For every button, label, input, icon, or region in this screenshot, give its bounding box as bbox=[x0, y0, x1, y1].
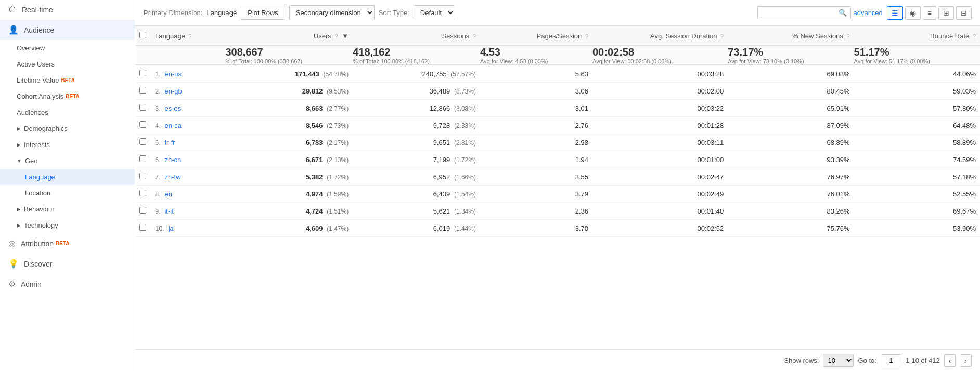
row-checkbox[interactable] bbox=[139, 207, 146, 214]
prev-page-button[interactable]: ‹ bbox=[944, 354, 956, 367]
row-users-pct: (1.72%) bbox=[327, 174, 349, 181]
bounce-rate-help-icon[interactable]: ? bbox=[973, 33, 976, 39]
language-column-header[interactable]: Language ? bbox=[151, 27, 225, 46]
row-sessions-cell: 240,755 (57.57%) bbox=[353, 65, 480, 83]
language-link[interactable]: zh-cn bbox=[164, 156, 181, 164]
avg-duration-help-icon[interactable]: ? bbox=[720, 33, 724, 39]
admin-icon: ⚙ bbox=[8, 279, 16, 289]
sidebar-item-demographics[interactable]: ▶ Demographics bbox=[0, 121, 135, 137]
row-checkbox[interactable] bbox=[139, 224, 146, 231]
search-icon[interactable]: 🔍 bbox=[839, 9, 847, 17]
data-table-view-button[interactable]: ☰ bbox=[887, 6, 903, 20]
row-sessions-cell: 12,866 (3.08%) bbox=[353, 100, 480, 117]
row-checkbox[interactable] bbox=[139, 87, 146, 94]
secondary-dimension-select[interactable]: Secondary dimension bbox=[289, 5, 375, 20]
sessions-help-icon[interactable]: ? bbox=[473, 33, 476, 39]
sidebar-item-active-users[interactable]: Active Users bbox=[0, 56, 135, 72]
language-link[interactable]: fr-fr bbox=[164, 139, 175, 147]
avg-session-duration-column-header[interactable]: Avg. Session Duration ? bbox=[592, 27, 728, 46]
sidebar-item-attribution[interactable]: ◎ Attribution BETA bbox=[0, 233, 135, 254]
row-checkbox[interactable] bbox=[139, 104, 146, 111]
pct-new-sessions-column-header[interactable]: % New Sessions ? bbox=[728, 27, 854, 46]
pages-session-column-header[interactable]: Pages/Session ? bbox=[480, 27, 592, 46]
main-content: Primary Dimension: Language Plot Rows Se… bbox=[135, 0, 980, 371]
row-pages-session-cell: 3.01 bbox=[480, 100, 592, 117]
table-body: 1. en-us 171,443 (54.78%) 240,755 (57.57… bbox=[135, 65, 980, 237]
sidebar-item-lifetime-value[interactable]: Lifetime Value BETA bbox=[0, 72, 135, 88]
row-language-cell: 3. es-es bbox=[151, 100, 225, 117]
row-number: 1. bbox=[155, 70, 161, 78]
row-checkbox[interactable] bbox=[139, 70, 146, 76]
language-link[interactable]: es-es bbox=[164, 104, 181, 112]
sort-type-label: Sort Type: bbox=[379, 9, 409, 17]
sidebar-item-demographics-label: Demographics bbox=[24, 125, 68, 132]
primary-dimension-label: Primary Dimension: bbox=[144, 9, 202, 17]
language-link[interactable]: en bbox=[164, 190, 172, 198]
sidebar-item-admin[interactable]: ⚙ Admin bbox=[0, 274, 135, 294]
pie-chart-view-button[interactable]: ◉ bbox=[905, 6, 921, 20]
row-pct-new-cell: 93.39% bbox=[728, 151, 854, 168]
row-users-cell: 5,382 (1.72%) bbox=[225, 168, 353, 186]
primary-dimension-value: Language bbox=[207, 9, 237, 17]
sidebar-item-realtime[interactable]: ⏱ Real-time bbox=[0, 0, 135, 20]
row-users-value: 171,443 bbox=[295, 70, 319, 78]
sidebar-item-admin-label: Admin bbox=[21, 280, 42, 288]
sidebar-item-location[interactable]: Location bbox=[0, 185, 135, 201]
row-number: 4. bbox=[155, 122, 161, 129]
row-sessions-pct: (1.72%) bbox=[454, 156, 476, 164]
sidebar-item-technology[interactable]: ▶ Technology bbox=[0, 217, 135, 233]
language-link[interactable]: ja bbox=[169, 224, 174, 232]
sidebar-item-interests[interactable]: ▶ Interests bbox=[0, 137, 135, 153]
row-number: 5. bbox=[155, 139, 161, 147]
go-to-input[interactable] bbox=[881, 354, 901, 366]
sessions-column-header[interactable]: Sessions ? bbox=[353, 27, 480, 46]
users-column-header[interactable]: Users ? ▼ bbox=[225, 27, 353, 46]
pct-new-help-icon[interactable]: ? bbox=[846, 33, 849, 39]
sidebar-item-behaviour[interactable]: ▶ Behaviour bbox=[0, 201, 135, 217]
row-sessions-cell: 6,019 (1.44%) bbox=[353, 220, 480, 237]
search-input[interactable] bbox=[757, 6, 851, 19]
language-link[interactable]: en-us bbox=[164, 70, 182, 78]
row-checkbox[interactable] bbox=[139, 190, 146, 196]
users-sub: % of Total: 100.00% (308,667) bbox=[225, 58, 353, 64]
advanced-link[interactable]: advanced bbox=[853, 9, 882, 17]
sidebar-item-behaviour-label: Behaviour bbox=[24, 205, 55, 213]
next-page-button[interactable]: › bbox=[960, 354, 972, 367]
row-bounce-rate-cell: 52.55% bbox=[854, 186, 980, 203]
show-rows-select[interactable]: 10 25 50 100 500 1000 bbox=[823, 354, 854, 367]
row-checkbox[interactable] bbox=[139, 155, 146, 162]
language-link[interactable]: it-it bbox=[164, 207, 173, 215]
select-all-checkbox[interactable] bbox=[139, 32, 146, 38]
pages-session-help-icon[interactable]: ? bbox=[585, 33, 588, 39]
row-checkbox[interactable] bbox=[139, 173, 146, 179]
custom-view-button[interactable]: ⊞ bbox=[938, 6, 954, 20]
sidebar-item-audiences[interactable]: Audiences bbox=[0, 104, 135, 121]
row-checkbox[interactable] bbox=[139, 121, 146, 128]
sidebar-item-geo[interactable]: ▼ Geo bbox=[0, 153, 135, 169]
language-link[interactable]: en-ca bbox=[164, 122, 182, 129]
toolbar: Primary Dimension: Language Plot Rows Se… bbox=[135, 0, 980, 26]
sidebar-item-language[interactable]: Language bbox=[0, 169, 135, 185]
language-link[interactable]: en-gb bbox=[164, 87, 182, 95]
sidebar-item-audience[interactable]: 👤 Audience bbox=[0, 20, 135, 40]
sort-type-select[interactable]: Default bbox=[414, 5, 455, 20]
row-language-cell: 7. zh-tw bbox=[151, 168, 225, 186]
language-link[interactable]: zh-tw bbox=[164, 173, 180, 181]
bar-chart-view-button[interactable]: ≡ bbox=[923, 6, 936, 20]
table-row: 6. zh-cn 6,671 (2.13%) 7,199 (1.72%) 1.9… bbox=[135, 151, 980, 168]
language-help-icon[interactable]: ? bbox=[188, 33, 191, 39]
row-users-value: 6,671 bbox=[306, 156, 323, 164]
bounce-rate-column-header[interactable]: Bounce Rate ? bbox=[854, 27, 980, 46]
sidebar-item-cohort-analysis[interactable]: Cohort Analysis BETA bbox=[0, 88, 135, 104]
table-row: 3. es-es 8,663 (2.77%) 12,866 (3.08%) 3.… bbox=[135, 100, 980, 117]
row-bounce-rate-cell: 58.89% bbox=[854, 134, 980, 151]
plot-rows-button[interactable]: Plot Rows bbox=[241, 6, 285, 20]
users-help-icon[interactable]: ? bbox=[335, 33, 338, 39]
row-users-value: 5,382 bbox=[306, 173, 323, 181]
row-checkbox[interactable] bbox=[139, 138, 146, 145]
sidebar: ⏱ Real-time 👤 Audience Overview Active U… bbox=[0, 0, 135, 371]
sidebar-item-overview[interactable]: Overview bbox=[0, 40, 135, 56]
pivot-view-button[interactable]: ⊟ bbox=[956, 6, 972, 20]
row-users-pct: (1.47%) bbox=[327, 225, 349, 232]
sidebar-item-discover[interactable]: 💡 Discover bbox=[0, 254, 135, 274]
